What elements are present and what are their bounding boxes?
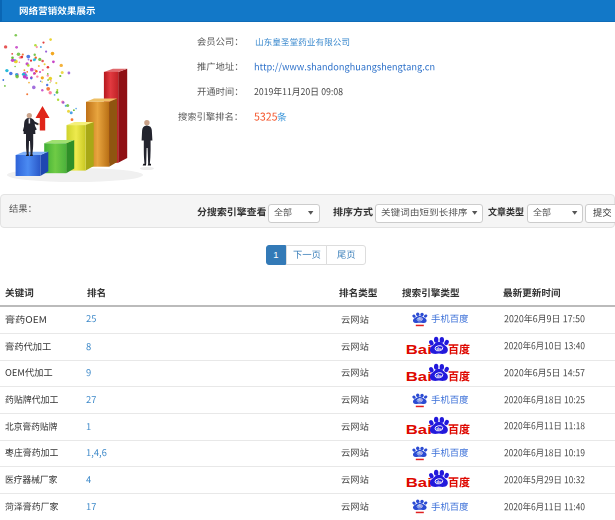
svg-text:du: du	[436, 426, 442, 431]
svg-text:du: du	[418, 398, 422, 402]
svg-text:du: du	[436, 479, 442, 484]
svg-text:Bai: Bai	[406, 342, 432, 357]
svg-text:du: du	[418, 451, 422, 455]
svg-text:Bai: Bai	[406, 422, 432, 437]
svg-text:du: du	[436, 372, 442, 377]
svg-text:du: du	[418, 318, 422, 322]
svg-text:Bai: Bai	[406, 476, 432, 491]
svg-text:Bai: Bai	[406, 369, 432, 384]
svg-text:du: du	[418, 505, 422, 509]
svg-text:du: du	[436, 346, 442, 351]
